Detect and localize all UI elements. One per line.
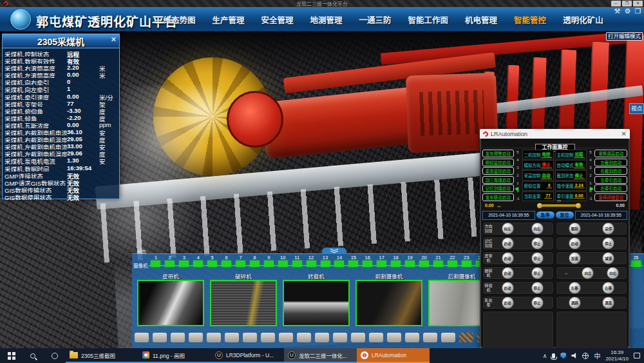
close-button[interactable]: ✕ xyxy=(633,1,643,6)
lra-right-button-3[interactable]: 右截割启动 xyxy=(594,167,627,175)
shield-icon[interactable] xyxy=(560,353,566,359)
nav-item-4[interactable]: 地测管理 xyxy=(302,14,351,26)
control-button[interactable]: 向左 xyxy=(582,267,594,279)
lra-right-button-5[interactable]: 右牵引启动 xyxy=(594,184,627,192)
camera-thumb[interactable]: 前割摄像机 xyxy=(355,272,422,326)
nav-item-6[interactable]: 智能工作面 xyxy=(400,14,457,26)
camera-thumb[interactable]: 破碎机 xyxy=(210,272,277,326)
control-button[interactable]: 启动 xyxy=(569,237,581,250)
filmstrip-cell[interactable] xyxy=(333,333,347,342)
lra-right-button-2[interactable]: 左截割启动 xyxy=(594,159,627,166)
camera-channel-18[interactable]: 18 xyxy=(389,255,403,271)
note-icon[interactable] xyxy=(634,353,640,358)
camera-channel-13[interactable]: 13 xyxy=(318,255,332,271)
nav-item-8[interactable]: 智能管控 xyxy=(506,14,554,26)
camera-channel-20[interactable]: 20 xyxy=(417,255,431,271)
camera-video-frame[interactable] xyxy=(283,280,350,326)
filmstrip-cell[interactable] xyxy=(243,333,257,342)
nav-item-3[interactable]: 安全管理 xyxy=(253,14,302,26)
globe-icon[interactable] xyxy=(582,353,589,359)
chevron-up-icon[interactable]: ∧ xyxy=(543,353,547,359)
camera-channel-1[interactable]: 1 xyxy=(149,255,163,271)
control-button[interactable]: 启动 xyxy=(502,282,514,294)
start-button[interactable] xyxy=(0,348,22,363)
tools-icon[interactable]: ⚒ xyxy=(613,7,621,15)
fullscreen-icon[interactable]: ❐ xyxy=(634,7,642,15)
filmstrip-cell[interactable] xyxy=(171,333,185,342)
camera-channel-15[interactable]: 15 xyxy=(346,255,361,271)
control-button[interactable]: 启动 xyxy=(502,237,514,250)
open-edit-mode-button[interactable]: 打开编辑模式 xyxy=(606,32,643,41)
nav-item-9[interactable]: 透明化矿山 xyxy=(554,14,612,26)
filmstrip-cell[interactable] xyxy=(315,333,329,342)
taskbar-app-4[interactable]: U龙软二三维一体化... xyxy=(284,348,357,363)
filmstrip-cell[interactable] xyxy=(459,333,473,342)
clock[interactable]: 16:392021/4/10 xyxy=(605,349,629,362)
camera-channel-6[interactable]: 6 xyxy=(220,255,234,271)
camera-channel-16[interactable]: 16 xyxy=(361,255,375,271)
filmstrip-cell[interactable] xyxy=(441,333,455,342)
nav-item-1[interactable]: 三维态势图 xyxy=(147,14,204,26)
camera-channel-5[interactable]: 5 xyxy=(205,255,220,271)
control-button[interactable]: 总停 xyxy=(602,222,614,235)
filmstrip-cell[interactable] xyxy=(261,333,275,342)
camera-channel-9[interactable]: 9 xyxy=(261,255,276,271)
lra-left-button-6[interactable]: 发车联动启动 xyxy=(482,193,514,201)
control-button[interactable]: 加速 xyxy=(569,252,581,264)
control-button[interactable]: 停止 xyxy=(531,267,544,279)
camera-channel-4[interactable]: 4 xyxy=(191,255,205,271)
camera-channel-23[interactable]: 23 xyxy=(459,255,473,271)
viewpoint-tab[interactable]: 视点 xyxy=(629,103,644,114)
control-button[interactable]: 调直 xyxy=(602,297,614,309)
lra-left-button-1[interactable]: 发车预警启动 xyxy=(482,150,514,157)
camera-channel-10[interactable]: 10 xyxy=(276,255,290,271)
strip-collapse-tab[interactable] xyxy=(322,248,346,254)
minimize-button[interactable]: ─ xyxy=(611,1,621,6)
filmstrip-cell[interactable] xyxy=(387,333,401,342)
filmstrip-cell[interactable] xyxy=(369,333,383,342)
control-button[interactable]: 停止 xyxy=(531,237,544,250)
lra-right-button-1[interactable]: 滚筒调高启动 xyxy=(594,150,627,157)
camera-channel-12[interactable]: 12 xyxy=(304,255,318,271)
ime-icon[interactable]: 中 xyxy=(594,351,600,360)
control-button[interactable]: 停止 xyxy=(602,237,614,250)
camera-channel-14[interactable]: 14 xyxy=(332,255,346,271)
camera-channel-19[interactable]: 19 xyxy=(403,255,417,271)
taskbar-app-1[interactable]: 2305三维截图 xyxy=(66,348,138,363)
filmstrip-cell[interactable] xyxy=(207,333,221,342)
panel-close-icon[interactable]: ✕ xyxy=(111,36,117,43)
nav-item-5[interactable]: 一通三防 xyxy=(351,14,400,26)
camera-thumb[interactable]: 皮带机 xyxy=(137,272,204,326)
reset-button[interactable]: 复位 xyxy=(556,211,574,219)
camera-video-frame[interactable] xyxy=(137,280,204,326)
camera-video-frame[interactable] xyxy=(355,280,422,326)
filmstrip-cell[interactable] xyxy=(297,333,311,342)
filmstrip-cell[interactable] xyxy=(189,333,203,342)
lra-close-icon[interactable]: ✕ xyxy=(621,130,627,137)
camera-channel-8[interactable]: 8 xyxy=(247,255,261,271)
camera-channel-21[interactable]: 21 xyxy=(431,255,445,271)
filmstrip-cell[interactable] xyxy=(153,333,167,342)
camera-channel-35[interactable]: 35 xyxy=(629,255,643,271)
taskbar-app-3[interactable]: ULR3DPlatform - U... xyxy=(211,348,284,363)
settings-gear-icon[interactable]: ⚙ xyxy=(623,7,632,15)
control-button[interactable]: 停止 xyxy=(531,297,544,309)
control-button[interactable]: 调斜 xyxy=(569,297,581,309)
lra-left-button-5[interactable]: 记忆割煤启动 xyxy=(482,184,514,192)
filmstrip-cell[interactable] xyxy=(423,333,437,342)
lra-left-button-2[interactable]: 俯仰监控启动 xyxy=(482,159,514,166)
camera-channel-7[interactable]: 7 xyxy=(234,255,248,271)
mic-icon[interactable] xyxy=(552,353,555,358)
cortana-button[interactable] xyxy=(44,348,66,363)
camera-channel-22[interactable]: 22 xyxy=(445,255,459,271)
control-button[interactable]: 右移 xyxy=(602,282,614,294)
control-button[interactable]: 停止 xyxy=(531,282,544,294)
control-button[interactable]: 向左 xyxy=(502,222,514,235)
control-button[interactable]: 停止 xyxy=(531,252,544,264)
filmstrip-cell[interactable] xyxy=(405,333,419,342)
control-button[interactable]: 启动 xyxy=(502,252,514,264)
filmstrip-cell[interactable] xyxy=(279,333,293,342)
taskbar-app-2[interactable]: 11.png - 画图 xyxy=(138,348,211,363)
control-button[interactable]: 启动 xyxy=(502,267,514,279)
nav-item-7[interactable]: 机电管理 xyxy=(457,14,506,26)
